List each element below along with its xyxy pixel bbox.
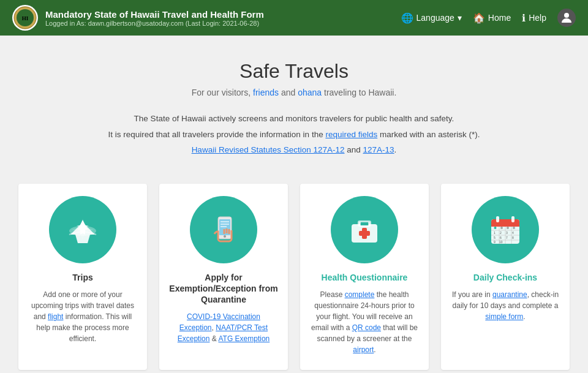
svg-rect-15	[359, 231, 370, 236]
svg-text:10: 10	[499, 240, 503, 244]
health-card[interactable]: Health Questionnaire Please complete the…	[300, 184, 429, 370]
svg-point-7	[224, 235, 226, 238]
health-card-title: Health Questionnaire	[310, 272, 419, 283]
trips-card-title: Trips	[28, 272, 137, 283]
header: HI Mandatory State of Hawaii Travel and …	[0, 0, 588, 36]
language-label: Language	[417, 13, 454, 23]
svg-text:9: 9	[494, 240, 496, 244]
checkins-icon-circle: 1 2 3 4 5 6 7 8 9 10	[472, 196, 539, 263]
home-label: Home	[488, 13, 511, 23]
svg-text:HI: HI	[22, 15, 29, 21]
exemption-icon-circle	[190, 196, 257, 263]
svg-point-31	[507, 227, 509, 229]
page-subtitle: For our visitors, friends and ohana trav…	[192, 88, 397, 97]
svg-point-29	[494, 227, 497, 229]
svg-rect-13	[360, 222, 369, 225]
svg-text:4: 4	[512, 231, 514, 235]
trips-icon-circle	[49, 196, 116, 263]
cards-row: Trips Add one or more of your upcoming t…	[18, 184, 570, 370]
desc-line2: It is required that all travelers provid…	[108, 128, 480, 141]
svg-point-32	[513, 227, 515, 229]
health-card-body: Please complete the health questionnaire…	[310, 289, 419, 355]
home-button[interactable]: 🏠 Home	[473, 12, 511, 24]
header-left: HI Mandatory State of Hawaii Travel and …	[12, 5, 264, 31]
checkins-card[interactable]: 1 2 3 4 5 6 7 8 9 10 Daily Check-ins If …	[441, 184, 570, 370]
language-icon: 🌐	[401, 12, 413, 24]
exemption-card[interactable]: Apply for Exemption/Exception from Quara…	[159, 184, 288, 370]
chevron-down-icon: ▾	[458, 13, 462, 23]
exemption-card-title: Apply for Exemption/Exception from Quara…	[169, 272, 278, 306]
svg-rect-21	[496, 216, 499, 222]
svg-text:5: 5	[494, 236, 496, 239]
checkins-card-body: If you are in quarantine, check-in daily…	[451, 289, 560, 322]
svg-text:7: 7	[506, 236, 508, 239]
trips-card[interactable]: Trips Add one or more of your upcoming t…	[18, 184, 147, 370]
page-title: Safe Travels	[239, 60, 349, 83]
svg-point-30	[500, 227, 503, 229]
trips-card-body: Add one or more of your upcoming trips w…	[28, 289, 137, 344]
header-title: Mandatory State of Hawaii Travel and Hea…	[45, 9, 264, 20]
svg-point-3	[564, 13, 569, 18]
home-icon: 🏠	[473, 12, 485, 24]
svg-rect-16	[359, 222, 361, 227]
svg-rect-22	[511, 216, 514, 222]
help-icon: ℹ	[522, 12, 526, 24]
svg-text:8: 8	[512, 236, 514, 239]
health-icon-circle	[331, 196, 398, 263]
svg-rect-17	[368, 222, 370, 227]
svg-rect-20	[491, 223, 519, 227]
desc-line1: The State of Hawaii actively screens and…	[108, 112, 480, 126]
help-label: Help	[529, 13, 546, 23]
help-button[interactable]: ℹ Help	[522, 12, 546, 24]
hawaii-logo: HI	[12, 5, 38, 31]
svg-text:6: 6	[500, 236, 502, 239]
desc-line3: Hawaii Revised Statutes Section 127A-12 …	[108, 143, 480, 157]
header-nav: 🌐 Language ▾ 🏠 Home ℹ Help	[401, 9, 576, 27]
checkins-card-title: Daily Check-ins	[451, 272, 560, 283]
svg-text:2: 2	[500, 231, 502, 235]
svg-text:1: 1	[494, 231, 496, 235]
main-content: Safe Travels For our visitors, friends a…	[0, 36, 588, 373]
user-avatar[interactable]	[557, 9, 576, 27]
description: The State of Hawaii actively screens and…	[108, 112, 480, 159]
header-logged-in: Logged in As: dawn.gilbertson@usatoday.c…	[45, 20, 264, 27]
language-button[interactable]: 🌐 Language ▾	[401, 12, 462, 24]
header-title-group: Mandatory State of Hawaii Travel and Hea…	[45, 9, 264, 27]
svg-text:3: 3	[506, 231, 508, 235]
exemption-card-body: COVID-19 Vaccination Exception, NAAT/PCR…	[169, 311, 278, 344]
